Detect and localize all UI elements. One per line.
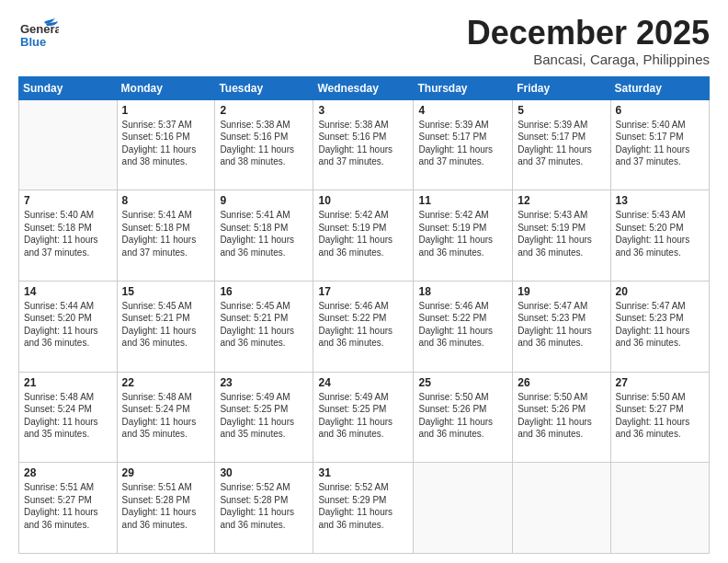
- calendar-cell: 26Sunrise: 5:50 AM Sunset: 5:26 PM Dayli…: [513, 372, 610, 463]
- week-row-5: 28Sunrise: 5:51 AM Sunset: 5:27 PM Dayli…: [19, 463, 710, 554]
- day-number: 17: [318, 285, 408, 298]
- calendar-cell: [513, 463, 610, 554]
- day-number: 27: [616, 376, 704, 389]
- day-number: 14: [24, 285, 112, 298]
- day-info: Sunrise: 5:46 AM Sunset: 5:22 PM Dayligh…: [318, 300, 408, 350]
- day-number: 29: [122, 466, 210, 479]
- col-header-sunday: Sunday: [19, 76, 118, 99]
- calendar-cell: 28Sunrise: 5:51 AM Sunset: 5:27 PM Dayli…: [19, 463, 118, 554]
- day-number: 31: [318, 466, 408, 479]
- day-number: 4: [418, 104, 507, 117]
- calendar-cell: 3Sunrise: 5:38 AM Sunset: 5:16 PM Daylig…: [313, 99, 414, 190]
- day-number: 23: [220, 376, 308, 389]
- day-number: 11: [418, 194, 507, 207]
- day-number: 28: [24, 466, 112, 479]
- day-number: 6: [616, 104, 704, 117]
- day-number: 20: [616, 285, 704, 298]
- day-info: Sunrise: 5:47 AM Sunset: 5:23 PM Dayligh…: [616, 300, 704, 350]
- week-row-4: 21Sunrise: 5:48 AM Sunset: 5:24 PM Dayli…: [19, 372, 710, 463]
- calendar-cell: 16Sunrise: 5:45 AM Sunset: 5:21 PM Dayli…: [215, 281, 313, 372]
- calendar-cell: 4Sunrise: 5:39 AM Sunset: 5:17 PM Daylig…: [414, 99, 513, 190]
- day-info: Sunrise: 5:47 AM Sunset: 5:23 PM Dayligh…: [518, 300, 605, 350]
- calendar-cell: 9Sunrise: 5:41 AM Sunset: 5:18 PM Daylig…: [215, 190, 313, 282]
- day-info: Sunrise: 5:44 AM Sunset: 5:20 PM Dayligh…: [24, 300, 112, 350]
- calendar-cell: 10Sunrise: 5:42 AM Sunset: 5:19 PM Dayli…: [313, 190, 414, 282]
- day-number: 19: [518, 285, 605, 298]
- day-info: Sunrise: 5:52 AM Sunset: 5:29 PM Dayligh…: [318, 481, 408, 531]
- month-title: December 2025: [467, 15, 710, 52]
- week-row-2: 7Sunrise: 5:40 AM Sunset: 5:18 PM Daylig…: [19, 190, 710, 282]
- day-info: Sunrise: 5:39 AM Sunset: 5:17 PM Dayligh…: [418, 119, 507, 168]
- calendar-cell: 18Sunrise: 5:46 AM Sunset: 5:22 PM Dayli…: [414, 281, 513, 372]
- svg-text:Blue: Blue: [20, 35, 46, 49]
- day-info: Sunrise: 5:43 AM Sunset: 5:19 PM Dayligh…: [518, 209, 605, 259]
- calendar-cell: 30Sunrise: 5:52 AM Sunset: 5:28 PM Dayli…: [215, 463, 313, 554]
- col-header-saturday: Saturday: [610, 76, 709, 99]
- day-number: 16: [220, 285, 308, 298]
- calendar-table: SundayMondayTuesdayWednesdayThursdayFrid…: [18, 76, 710, 554]
- calendar-cell: 24Sunrise: 5:49 AM Sunset: 5:25 PM Dayli…: [313, 372, 414, 463]
- calendar-cell: 7Sunrise: 5:40 AM Sunset: 5:18 PM Daylig…: [19, 190, 118, 282]
- day-info: Sunrise: 5:50 AM Sunset: 5:26 PM Dayligh…: [518, 391, 605, 441]
- day-number: 18: [418, 285, 507, 298]
- day-info: Sunrise: 5:41 AM Sunset: 5:18 PM Dayligh…: [220, 209, 308, 259]
- col-header-wednesday: Wednesday: [313, 76, 414, 99]
- day-info: Sunrise: 5:49 AM Sunset: 5:25 PM Dayligh…: [318, 391, 408, 441]
- calendar-cell: 8Sunrise: 5:41 AM Sunset: 5:18 PM Daylig…: [117, 190, 215, 282]
- calendar-cell: 31Sunrise: 5:52 AM Sunset: 5:29 PM Dayli…: [313, 463, 414, 554]
- day-info: Sunrise: 5:50 AM Sunset: 5:27 PM Dayligh…: [616, 391, 704, 441]
- calendar-cell: 5Sunrise: 5:39 AM Sunset: 5:17 PM Daylig…: [513, 99, 610, 190]
- day-number: 21: [24, 376, 112, 389]
- day-info: Sunrise: 5:40 AM Sunset: 5:18 PM Dayligh…: [24, 209, 112, 259]
- day-info: Sunrise: 5:37 AM Sunset: 5:16 PM Dayligh…: [122, 119, 210, 168]
- day-info: Sunrise: 5:45 AM Sunset: 5:21 PM Dayligh…: [122, 300, 210, 350]
- day-number: 12: [518, 194, 605, 207]
- calendar-cell: 12Sunrise: 5:43 AM Sunset: 5:19 PM Dayli…: [513, 190, 610, 282]
- day-info: Sunrise: 5:43 AM Sunset: 5:20 PM Dayligh…: [616, 209, 704, 259]
- day-info: Sunrise: 5:45 AM Sunset: 5:21 PM Dayligh…: [220, 300, 308, 350]
- day-info: Sunrise: 5:38 AM Sunset: 5:16 PM Dayligh…: [318, 119, 408, 168]
- calendar-cell: 23Sunrise: 5:49 AM Sunset: 5:25 PM Dayli…: [215, 372, 313, 463]
- day-info: Sunrise: 5:48 AM Sunset: 5:24 PM Dayligh…: [24, 391, 112, 441]
- col-header-thursday: Thursday: [414, 76, 513, 99]
- day-number: 26: [518, 376, 605, 389]
- logo-icon: General Blue: [18, 15, 59, 55]
- day-number: 10: [318, 194, 408, 207]
- calendar-cell: 11Sunrise: 5:42 AM Sunset: 5:19 PM Dayli…: [414, 190, 513, 282]
- calendar-cell: 6Sunrise: 5:40 AM Sunset: 5:17 PM Daylig…: [610, 99, 709, 190]
- calendar-header-row: SundayMondayTuesdayWednesdayThursdayFrid…: [19, 76, 710, 99]
- title-block: December 2025 Bancasi, Caraga, Philippin…: [467, 15, 710, 67]
- day-number: 8: [122, 194, 210, 207]
- day-number: 25: [418, 376, 507, 389]
- day-number: 7: [24, 194, 112, 207]
- calendar-cell: 27Sunrise: 5:50 AM Sunset: 5:27 PM Dayli…: [610, 372, 709, 463]
- calendar-cell: 22Sunrise: 5:48 AM Sunset: 5:24 PM Dayli…: [117, 372, 215, 463]
- calendar-cell: [414, 463, 513, 554]
- calendar-cell: 17Sunrise: 5:46 AM Sunset: 5:22 PM Dayli…: [313, 281, 414, 372]
- calendar-cell: 1Sunrise: 5:37 AM Sunset: 5:16 PM Daylig…: [117, 99, 215, 190]
- col-header-friday: Friday: [513, 76, 610, 99]
- day-info: Sunrise: 5:39 AM Sunset: 5:17 PM Dayligh…: [518, 119, 605, 168]
- day-info: Sunrise: 5:42 AM Sunset: 5:19 PM Dayligh…: [418, 209, 507, 259]
- calendar-cell: 20Sunrise: 5:47 AM Sunset: 5:23 PM Dayli…: [610, 281, 709, 372]
- day-number: 9: [220, 194, 308, 207]
- calendar-cell: [19, 99, 118, 190]
- header: General Blue December 2025 Bancasi, Cara…: [18, 15, 710, 67]
- calendar-cell: [610, 463, 709, 554]
- calendar-cell: 13Sunrise: 5:43 AM Sunset: 5:20 PM Dayli…: [610, 190, 709, 282]
- logo: General Blue: [18, 15, 59, 55]
- location: Bancasi, Caraga, Philippines: [467, 52, 710, 67]
- col-header-monday: Monday: [117, 76, 215, 99]
- calendar-cell: 19Sunrise: 5:47 AM Sunset: 5:23 PM Dayli…: [513, 281, 610, 372]
- day-info: Sunrise: 5:38 AM Sunset: 5:16 PM Dayligh…: [220, 119, 308, 168]
- calendar-cell: 14Sunrise: 5:44 AM Sunset: 5:20 PM Dayli…: [19, 281, 118, 372]
- day-info: Sunrise: 5:49 AM Sunset: 5:25 PM Dayligh…: [220, 391, 308, 441]
- day-number: 1: [122, 104, 210, 117]
- day-info: Sunrise: 5:50 AM Sunset: 5:26 PM Dayligh…: [418, 391, 507, 441]
- day-number: 15: [122, 285, 210, 298]
- day-info: Sunrise: 5:41 AM Sunset: 5:18 PM Dayligh…: [122, 209, 210, 259]
- day-info: Sunrise: 5:51 AM Sunset: 5:28 PM Dayligh…: [122, 481, 210, 531]
- col-header-tuesday: Tuesday: [215, 76, 313, 99]
- calendar-cell: 2Sunrise: 5:38 AM Sunset: 5:16 PM Daylig…: [215, 99, 313, 190]
- calendar-cell: 15Sunrise: 5:45 AM Sunset: 5:21 PM Dayli…: [117, 281, 215, 372]
